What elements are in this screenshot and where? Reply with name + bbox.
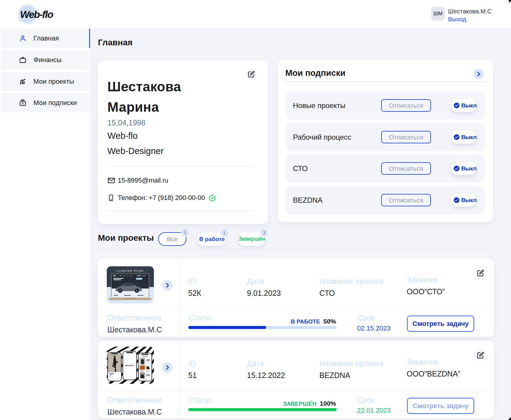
svg-text:LANDING PAGE: LANDING PAGE xyxy=(116,269,144,272)
svg-text:BEZDNA: BEZDNA xyxy=(142,355,148,357)
svg-text:BEZDNA: BEZDNA xyxy=(125,364,134,367)
